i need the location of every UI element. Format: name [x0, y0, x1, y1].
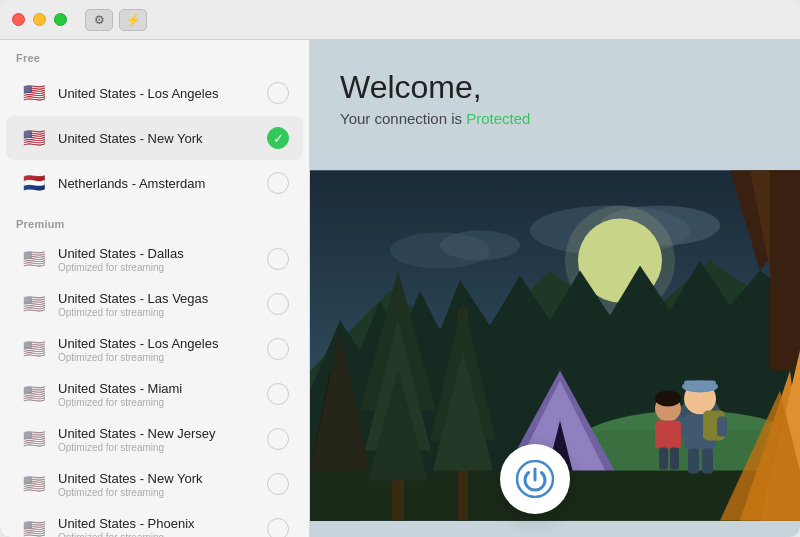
svg-rect-16 — [770, 171, 800, 371]
server-info: United States - PhoenixOptimized for str… — [58, 516, 267, 538]
server-item-us-newjersey[interactable]: 🇺🇸United States - New JerseyOptimized fo… — [6, 417, 303, 461]
flag-icon: 🇺🇸 — [20, 245, 48, 273]
server-sub: Optimized for streaming — [58, 307, 267, 318]
flag-icon: 🇺🇸 — [20, 335, 48, 363]
flag-icon: 🇺🇸 — [20, 470, 48, 498]
server-sub: Optimized for streaming — [58, 352, 267, 363]
server-status — [267, 428, 289, 450]
server-name: United States - Miami — [58, 381, 267, 396]
connection-status: Protected — [466, 110, 530, 127]
titlebar-icons: ⚙ ⚡ — [85, 9, 147, 31]
titlebar: ⚙ ⚡ — [0, 0, 800, 40]
server-item-us-ny-free[interactable]: 🇺🇸United States - New York✓ — [6, 116, 303, 160]
svg-point-5 — [440, 231, 520, 261]
server-info: United States - Los Angeles — [58, 86, 267, 101]
sidebar: Free🇺🇸United States - Los Angeles🇺🇸Unite… — [0, 40, 310, 537]
close-button[interactable] — [12, 13, 25, 26]
flag-icon: 🇺🇸 — [20, 515, 48, 537]
illustration — [310, 147, 800, 537]
server-name: United States - New York — [58, 471, 267, 486]
server-sub: Optimized for streaming — [58, 262, 267, 273]
server-info: United States - DallasOptimized for stre… — [58, 246, 267, 273]
power-icon — [516, 460, 554, 498]
server-info: United States - Los AngelesOptimized for… — [58, 336, 267, 363]
svg-rect-31 — [684, 381, 716, 391]
main-content: Free🇺🇸United States - Los Angeles🇺🇸Unite… — [0, 40, 800, 537]
server-name: Netherlands - Amsterdam — [58, 176, 267, 191]
server-sub: Optimized for streaming — [58, 397, 267, 408]
settings-button[interactable]: ⚙ — [85, 9, 113, 31]
svg-rect-35 — [702, 449, 713, 474]
svg-rect-42 — [670, 448, 679, 470]
server-item-us-la-free[interactable]: 🇺🇸United States - Los Angeles — [6, 71, 303, 115]
server-item-nl-amsterdam[interactable]: 🇳🇱Netherlands - Amsterdam — [6, 161, 303, 205]
gear-icon: ⚙ — [94, 13, 105, 27]
flag-icon: 🇺🇸 — [20, 380, 48, 408]
maximize-button[interactable] — [54, 13, 67, 26]
server-info: United States - New York — [58, 131, 267, 146]
minimize-button[interactable] — [33, 13, 46, 26]
server-status — [267, 473, 289, 495]
app-window: ⚙ ⚡ Free🇺🇸United States - Los Angeles🇺🇸U… — [0, 0, 800, 537]
svg-rect-40 — [655, 421, 681, 449]
server-info: United States - MiamiOptimized for strea… — [58, 381, 267, 408]
svg-rect-37 — [717, 417, 727, 437]
server-status: ✓ — [267, 127, 289, 149]
flag-icon: 🇺🇸 — [20, 124, 48, 152]
server-name: United States - New Jersey — [58, 426, 267, 441]
server-item-us-phoenix[interactable]: 🇺🇸United States - PhoenixOptimized for s… — [6, 507, 303, 537]
server-item-us-ny-premium[interactable]: 🇺🇸United States - New YorkOptimized for … — [6, 462, 303, 506]
welcome-header: Welcome, Your connection is Protected — [310, 40, 800, 147]
flag-icon: 🇺🇸 — [20, 79, 48, 107]
server-name: United States - Phoenix — [58, 516, 267, 531]
svg-point-39 — [655, 391, 681, 407]
server-item-us-la-premium[interactable]: 🇺🇸United States - Los AngelesOptimized f… — [6, 327, 303, 371]
connection-status-line: Your connection is Protected — [340, 110, 770, 127]
section-label-premium: Premium — [0, 206, 309, 236]
server-status — [267, 338, 289, 360]
flag-icon: 🇺🇸 — [20, 425, 48, 453]
server-item-us-miami[interactable]: 🇺🇸United States - MiamiOptimized for str… — [6, 372, 303, 416]
lightning-button[interactable]: ⚡ — [119, 9, 147, 31]
server-name: United States - Dallas — [58, 246, 267, 261]
server-item-us-lasvegas[interactable]: 🇺🇸United States - Las VegasOptimized for… — [6, 282, 303, 326]
power-button[interactable] — [500, 444, 570, 514]
server-status — [267, 518, 289, 537]
server-status — [267, 172, 289, 194]
flag-icon: 🇳🇱 — [20, 169, 48, 197]
server-info: United States - Las VegasOptimized for s… — [58, 291, 267, 318]
server-info: United States - New YorkOptimized for st… — [58, 471, 267, 498]
server-item-us-dallas[interactable]: 🇺🇸United States - DallasOptimized for st… — [6, 237, 303, 281]
server-name: United States - Los Angeles — [58, 336, 267, 351]
welcome-title: Welcome, — [340, 68, 770, 106]
section-label-free: Free — [0, 40, 309, 70]
server-name: United States - New York — [58, 131, 267, 146]
connection-prefix: Your connection is — [340, 110, 466, 127]
server-status — [267, 248, 289, 270]
server-info: Netherlands - Amsterdam — [58, 176, 267, 191]
flag-icon: 🇺🇸 — [20, 290, 48, 318]
server-status — [267, 383, 289, 405]
server-info: United States - New JerseyOptimized for … — [58, 426, 267, 453]
server-name: United States - Las Vegas — [58, 291, 267, 306]
server-sub: Optimized for streaming — [58, 442, 267, 453]
svg-rect-41 — [659, 448, 668, 470]
right-panel: Welcome, Your connection is Protected — [310, 40, 800, 537]
server-name: United States - Los Angeles — [58, 86, 267, 101]
lightning-icon: ⚡ — [126, 13, 141, 27]
server-sub: Optimized for streaming — [58, 532, 267, 538]
svg-rect-34 — [688, 449, 699, 474]
server-status — [267, 82, 289, 104]
server-status — [267, 293, 289, 315]
server-sub: Optimized for streaming — [58, 487, 267, 498]
